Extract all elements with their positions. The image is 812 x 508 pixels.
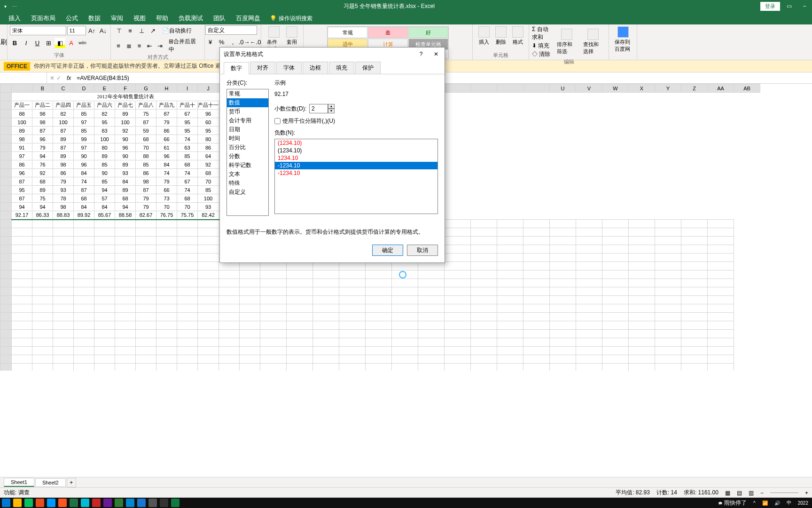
empty-cell[interactable] [708,220,734,228]
empty-cell[interactable] [523,262,550,270]
data-cell[interactable]: 67 [177,110,198,118]
empty-cell[interactable] [260,313,287,321]
data-cell[interactable]: 68 [177,194,198,203]
empty-cell[interactable] [366,330,392,338]
dialog-tab[interactable]: 保护 [355,62,381,74]
data-cell[interactable]: 91 [12,143,32,152]
data-cell[interactable]: 68 [177,160,198,169]
empty-cell[interactable] [156,262,177,270]
empty-cell[interactable] [392,304,418,313]
table-header-cell[interactable]: 产品六 [94,101,115,110]
empty-cell[interactable] [198,228,219,237]
empty-cell[interactable] [260,347,287,355]
tray-network-icon[interactable]: 📶 [760,500,770,506]
data-cell[interactable]: 84 [156,160,177,169]
empty-cell[interactable] [198,347,219,355]
empty-cell[interactable] [32,270,53,279]
empty-cell[interactable] [339,270,366,279]
empty-cell[interactable] [219,287,240,296]
category-item[interactable]: 特殊 [227,179,268,188]
data-cell[interactable]: 66 [156,135,177,143]
weather-widget[interactable]: 🌧 雨快停了 [716,499,749,507]
empty-cell[interactable] [681,237,708,245]
empty-cell[interactable] [708,270,734,279]
empty-cell[interactable] [240,296,260,304]
average-cell[interactable]: 85.67 [94,211,115,220]
empty-cell[interactable] [177,220,198,228]
column-header[interactable]: I [177,84,198,93]
empty-cell[interactable] [471,313,497,321]
orientation-icon[interactable]: ↗ [148,25,158,36]
empty-cell[interactable] [550,296,576,304]
empty-cell[interactable] [681,321,708,330]
data-cell[interactable]: 94 [115,203,136,211]
empty-cell[interactable] [629,262,655,270]
data-cell[interactable]: 86 [156,127,177,135]
data-cell[interactable]: 97 [12,152,32,160]
data-cell[interactable]: 79 [156,177,177,186]
empty-cell[interactable] [12,296,32,304]
data-cell[interactable]: 68 [74,194,94,203]
data-cell[interactable]: 100 [12,118,32,127]
empty-cell[interactable] [708,330,734,338]
data-cell[interactable]: 89 [53,135,74,143]
spinner-down-icon[interactable]: ▼ [328,109,335,113]
cancel-formula-icon[interactable]: ✕ [50,75,55,81]
taskbar-app-icon[interactable] [47,499,55,507]
empty-cell[interactable] [629,364,655,371]
empty-cell[interactable] [74,279,94,287]
name-box[interactable] [0,72,47,83]
empty-cell[interactable] [523,347,550,355]
font-name-select[interactable] [10,26,66,35]
empty-cell[interactable] [287,262,313,270]
empty-cell[interactable] [681,270,708,279]
find-select-button[interactable]: 查找和选择 [580,28,606,56]
empty-cell[interactable] [550,330,576,338]
empty-cell[interactable] [177,347,198,355]
empty-cell[interactable] [219,364,240,371]
empty-cell[interactable] [523,313,550,321]
data-cell[interactable]: 75 [32,194,53,203]
empty-cell[interactable] [12,364,32,371]
empty-cell[interactable] [136,355,156,364]
column-header[interactable]: V [576,84,602,93]
empty-cell[interactable] [523,330,550,338]
data-cell[interactable]: 90 [115,152,136,160]
sheet-tab-1[interactable]: Sheet1 [4,478,34,487]
empty-cell[interactable] [53,313,74,321]
empty-cell[interactable] [240,262,260,270]
empty-cell[interactable] [313,287,339,296]
column-header[interactable]: H [156,84,177,93]
dialog-tab[interactable]: 对齐 [250,62,275,74]
empty-cell[interactable] [471,338,497,347]
empty-cell[interactable] [219,338,240,347]
empty-cell[interactable] [576,321,602,330]
empty-cell[interactable] [655,364,681,371]
empty-cell[interactable] [602,321,629,330]
empty-cell[interactable] [177,270,198,279]
empty-cell[interactable] [708,355,734,364]
empty-cell[interactable] [629,313,655,321]
empty-cell[interactable] [198,262,219,270]
empty-cell[interactable] [418,279,445,287]
empty-cell[interactable] [339,355,366,364]
empty-cell[interactable] [156,287,177,296]
empty-cell[interactable] [136,296,156,304]
empty-cell[interactable] [339,262,366,270]
empty-cell[interactable] [445,287,471,296]
empty-cell[interactable] [602,245,629,254]
empty-cell[interactable] [471,220,497,228]
empty-cell[interactable] [94,347,115,355]
empty-cell[interactable] [576,313,602,321]
empty-cell[interactable] [115,220,136,228]
empty-cell[interactable] [523,304,550,313]
column-header[interactable]: U [550,84,576,93]
empty-cell[interactable] [12,347,32,355]
insert-cells-button[interactable]: 插入 [476,25,492,47]
empty-cell[interactable] [497,228,523,237]
ribbon-tab-layout[interactable]: 页面布局 [26,12,60,24]
empty-cell[interactable] [418,304,445,313]
empty-cell[interactable] [497,287,523,296]
empty-cell[interactable] [260,279,287,287]
data-cell[interactable]: 84 [94,203,115,211]
